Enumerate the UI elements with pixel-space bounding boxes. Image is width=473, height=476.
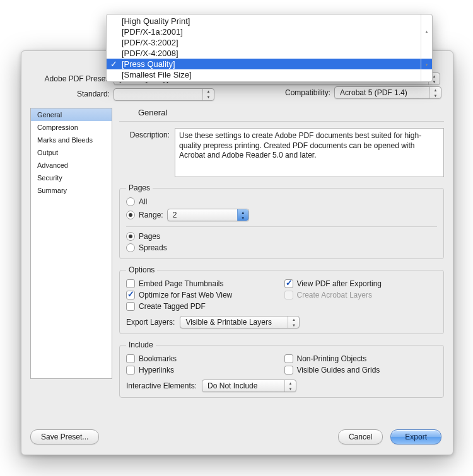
sidebar-item-marks[interactable]: Marks and Bleeds <box>31 134 112 146</box>
radio-icon <box>126 211 135 219</box>
stepper-icon: ▲▼ <box>421 15 432 81</box>
standard-label: Standard: <box>21 90 114 98</box>
export-layers-select[interactable]: Visible & Printable Layers ▲▼ <box>180 316 300 328</box>
sidebar-item-compression[interactable]: Compression <box>31 121 112 134</box>
stepper-icon: ▲▼ <box>429 87 441 98</box>
check-icon <box>126 354 135 363</box>
sidebar-item-output[interactable]: Output <box>31 146 112 159</box>
export-layers-label: Export Layers: <box>126 318 175 327</box>
check-label: Bookmarks <box>139 354 177 363</box>
range-value: 2 <box>173 211 177 219</box>
divider <box>119 121 444 122</box>
option-label: [Smallest File Size] <box>122 70 192 79</box>
include-group: Include Bookmarks Non-Printing Objects H… <box>119 340 444 398</box>
cancel-button[interactable]: Cancel <box>338 429 383 444</box>
check-icon <box>126 302 135 311</box>
radio-label: All <box>139 197 147 206</box>
button-label: Cancel <box>349 432 372 441</box>
compat-select[interactable]: Acrobat 5 (PDF 1.4) ▲▼ <box>334 86 441 99</box>
category-sidebar: General Compression Marks and Bleeds Out… <box>30 108 112 379</box>
radio-icon <box>126 243 135 252</box>
panel-heading: General <box>138 108 444 117</box>
fast-web-check[interactable]: Optimize for Fast Web View <box>126 289 279 301</box>
check-icon <box>126 279 135 288</box>
range-select[interactable]: 2 ▲▼ <box>167 209 249 221</box>
sidebar-item-advanced[interactable]: Advanced <box>31 159 112 171</box>
button-label: Save Preset... <box>41 432 88 441</box>
sidebar-item-label: Security <box>37 174 62 182</box>
option-label: [PDF/X-4:2008] <box>122 49 178 58</box>
guides-check[interactable]: Visible Guides and Grids <box>284 364 438 376</box>
preset-option[interactable]: [PDF/X-4:2008] <box>107 48 432 59</box>
divider <box>126 226 437 227</box>
preset-dropdown-popup[interactable]: [High Quality Print] [PDF/X-1a:2001] [PD… <box>106 14 433 82</box>
create-layers-check: Create Acrobat Layers <box>284 289 438 301</box>
view-after-export-check[interactable]: View PDF after Exporting <box>284 278 438 289</box>
radio-icon <box>126 232 135 241</box>
options-group: Options Embed Page Thumbnails View PDF a… <box>119 265 444 334</box>
sidebar-item-label: Compression <box>37 124 78 131</box>
options-legend: Options <box>126 265 157 274</box>
preset-label: Adobe PDF Preset: <box>21 74 114 83</box>
pages-all-radio[interactable]: All <box>126 196 437 207</box>
check-label: Create Tagged PDF <box>139 302 206 311</box>
radio-label: Spreads <box>139 243 167 252</box>
pages-pages-radio[interactable]: Pages <box>126 231 437 242</box>
check-icon <box>284 354 293 363</box>
stepper-icon: ▲▼ <box>202 89 214 100</box>
stepper-icon: ▲▼ <box>288 316 299 328</box>
radio-icon <box>126 197 135 206</box>
check-icon <box>284 291 293 299</box>
tagged-pdf-check[interactable]: Create Tagged PDF <box>126 301 279 312</box>
preset-option[interactable]: [High Quality Print] <box>107 16 432 26</box>
check-icon <box>126 291 135 299</box>
stepper-icon: ▲▼ <box>284 380 296 392</box>
compat-value: Acrobat 5 (PDF 1.4) <box>340 88 407 97</box>
export-layers-value: Visible & Printable Layers <box>185 318 272 327</box>
pages-range-radio[interactable]: Range: 2 ▲▼ <box>126 207 437 223</box>
check-icon <box>284 279 293 288</box>
sidebar-item-label: Summary <box>37 187 67 194</box>
pages-group: Pages All Range: 2 ▲▼ Pages <box>119 183 444 259</box>
preset-option[interactable]: [PDF/X-3:2002] <box>107 37 432 48</box>
check-label: Optimize for Fast Web View <box>139 291 232 299</box>
sidebar-item-label: Marks and Bleeds <box>37 136 93 144</box>
sidebar-item-security[interactable]: Security <box>31 171 112 184</box>
include-legend: Include <box>126 340 156 349</box>
description-label: Description: <box>119 128 170 139</box>
nonprinting-check[interactable]: Non-Printing Objects <box>284 353 438 364</box>
option-label: [High Quality Print] <box>122 16 190 26</box>
compat-area: Compatibility: Acrobat 5 (PDF 1.4) ▲▼ <box>285 86 441 99</box>
description-text[interactable]: Use these settings to create Adobe PDF d… <box>175 128 444 177</box>
pages-legend: Pages <box>126 183 153 192</box>
sidebar-item-label: Advanced <box>37 161 68 169</box>
check-icon <box>284 366 293 374</box>
save-preset-button[interactable]: Save Preset... <box>30 429 99 444</box>
check-label: Create Acrobat Layers <box>297 291 372 299</box>
check-label: Hyperlinks <box>139 366 174 374</box>
check-label: Non-Printing Objects <box>297 354 367 363</box>
stepper-icon: ▲▼ <box>237 209 248 221</box>
standard-select[interactable]: ▲▼ <box>114 88 214 101</box>
sidebar-item-general[interactable]: General <box>31 108 112 121</box>
bookmarks-check[interactable]: Bookmarks <box>126 353 279 364</box>
sidebar-item-summary[interactable]: Summary <box>31 184 112 197</box>
hyperlinks-check[interactable]: Hyperlinks <box>126 364 279 376</box>
export-button[interactable]: Export <box>390 429 441 444</box>
pages-spreads-radio[interactable]: Spreads <box>126 242 437 253</box>
option-label: [PDF/X-3:2002] <box>122 38 178 47</box>
check-mark-icon: ✓ <box>110 59 117 69</box>
embed-thumbnails-check[interactable]: Embed Page Thumbnails <box>126 278 279 289</box>
main-panel: General Description: Use these settings … <box>119 108 444 420</box>
button-label: Export <box>405 432 427 441</box>
sidebar-item-label: Output <box>37 149 58 156</box>
sidebar-item-label: General <box>37 111 62 119</box>
interactive-select[interactable]: Do Not Include ▲▼ <box>202 380 296 392</box>
check-label: Visible Guides and Grids <box>297 366 380 374</box>
interactive-value: Do Not Include <box>207 381 257 390</box>
preset-option[interactable]: [PDF/X-1a:2001] <box>107 26 432 37</box>
preset-option-selected[interactable]: ✓ [Press Quality] <box>107 59 432 69</box>
interactive-label: Interactive Elements: <box>126 381 197 390</box>
preset-option[interactable]: [Smallest File Size] <box>107 69 432 80</box>
radio-label: Pages <box>139 232 160 241</box>
